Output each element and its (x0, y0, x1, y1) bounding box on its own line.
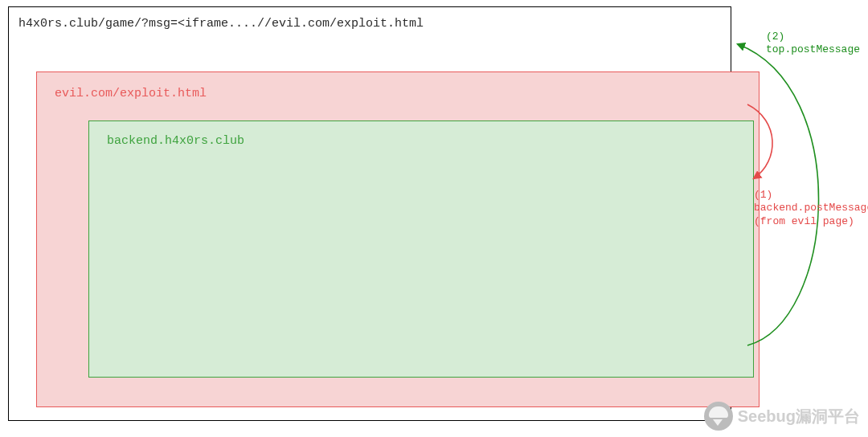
top-window-frame: h4x0rs.club/game/?msg=<iframe....//evil.… (8, 6, 731, 421)
top-window-url: h4x0rs.club/game/?msg=<iframe....//evil.… (18, 17, 424, 31)
annotation-step-2: (2) top.postMessage (766, 31, 860, 57)
annotation-step-1-number: (1) (754, 189, 868, 202)
annotation-step-1: (1) backend.postMessage (from evil page) (754, 189, 868, 228)
backend-iframe: backend.h4x0rs.club (88, 120, 754, 378)
wechat-icon (704, 402, 733, 431)
watermark-text: Seebug漏洞平台 (738, 406, 860, 427)
backend-iframe-url: backend.h4x0rs.club (107, 134, 244, 148)
watermark: Seebug漏洞平台 (704, 402, 860, 431)
annotation-step-1-text: backend.postMessage (754, 202, 868, 214)
evil-iframe: evil.com/exploit.html backend.h4x0rs.clu… (36, 71, 760, 407)
annotation-step-1-source: (from evil page) (754, 215, 868, 228)
evil-iframe-url: evil.com/exploit.html (55, 87, 207, 100)
annotation-step-2-text: top.postMessage (766, 43, 860, 56)
annotation-step-2-number: (2) (766, 31, 860, 43)
